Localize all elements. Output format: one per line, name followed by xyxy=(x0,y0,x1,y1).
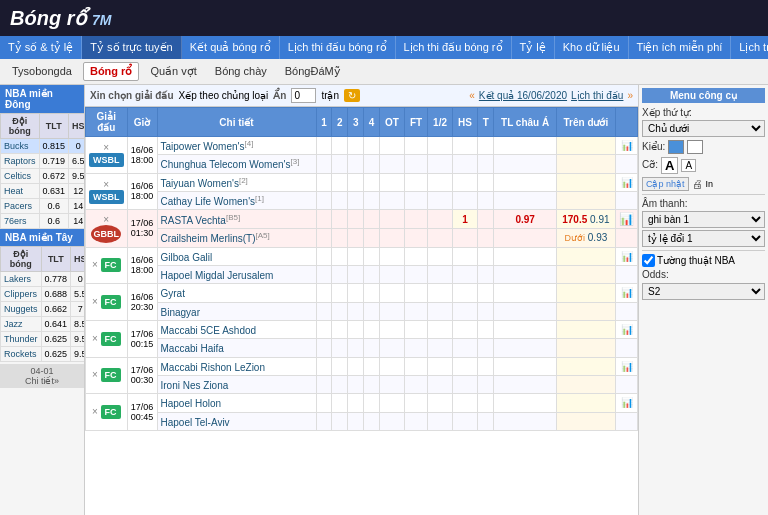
subnav-bongchay[interactable]: Bóng chày xyxy=(208,62,274,81)
league-badge[interactable]: FC xyxy=(101,295,121,309)
stats-2[interactable] xyxy=(616,191,638,209)
font-big-btn[interactable]: A xyxy=(661,157,678,174)
nav-item-ketqua[interactable]: Kết quả bóng rổ xyxy=(182,36,280,59)
league-badge[interactable]: FC xyxy=(101,332,121,346)
team1-name[interactable]: Gilboa Galil xyxy=(161,252,213,263)
filter-schedule-label[interactable]: Lịch thi đấu xyxy=(571,90,623,101)
subnav-quanvot[interactable]: Quần vợt xyxy=(143,62,203,81)
odds-select[interactable]: S2 S1 S3 xyxy=(642,283,765,300)
nav-item-tienich[interactable]: Tiện ích miễn phí xyxy=(629,36,732,59)
league-badge[interactable]: WSBL xyxy=(89,190,124,204)
nav-item-lichthidau2[interactable]: Lịch thi đấu bóng rổ xyxy=(396,36,512,59)
stats-1[interactable]: 📊 xyxy=(616,247,638,265)
team-name-east[interactable]: Celtics xyxy=(1,169,40,184)
team2-name[interactable]: Ironi Nes Ziona xyxy=(161,380,229,391)
nav-item-tructyen[interactable]: Tỷ số trực tuyến xyxy=(82,36,181,59)
nav-item-khodulieu[interactable]: Kho dữ liệu xyxy=(555,36,629,59)
stats-2[interactable] xyxy=(616,412,638,430)
league-badge[interactable]: WSBL xyxy=(89,153,124,167)
stats-btn-bot[interactable] xyxy=(616,229,638,247)
nav-item-tysotyle[interactable]: Tỷ số & tỷ lệ xyxy=(0,36,82,59)
print-icon[interactable]: 🖨 xyxy=(692,178,703,190)
stats-2[interactable] xyxy=(616,375,638,393)
team1-name[interactable]: Maccabi 5CE Ashdod xyxy=(161,325,257,336)
team2-name[interactable]: Hapoel Migdal Jerusalem xyxy=(161,270,274,281)
nav-item-lichtruyen[interactable]: Lịch truyền hình xyxy=(731,36,768,59)
stats-1[interactable]: 📊 xyxy=(616,320,638,338)
stats-icon[interactable]: 📊 xyxy=(621,397,633,408)
team1-name[interactable]: Taiyuan Women's xyxy=(161,178,239,189)
team2-name[interactable]: Crailsheim Merlins(T) xyxy=(161,234,256,245)
team-name-east[interactable]: Heat xyxy=(1,184,40,199)
team-name-west[interactable]: Thunder xyxy=(1,332,42,347)
stats-1[interactable]: 📊 xyxy=(616,284,638,302)
filter-result-label[interactable]: Kết quả 16/06/2020 xyxy=(479,90,567,101)
stats-icon[interactable]: 📊 xyxy=(621,140,633,151)
team1-name[interactable]: Gyrat xyxy=(161,289,185,300)
nav-item-lichthidau1[interactable]: Lịch thi đấu bóng rổ xyxy=(280,36,396,59)
stats-icon[interactable]: 📊 xyxy=(621,251,633,262)
team-name-west[interactable]: Lakers xyxy=(1,272,42,287)
sidebar-east-row[interactable]: Heat0.63112 xyxy=(1,184,86,199)
stats-icon-top[interactable]: 📊 xyxy=(619,212,634,226)
stats-1[interactable]: 📊 xyxy=(616,394,638,412)
team2-name[interactable]: Maccabi Haifa xyxy=(161,344,224,355)
cap-nhat-btn[interactable]: Cập nhật xyxy=(642,177,689,191)
stats-1[interactable]: 📊 xyxy=(616,357,638,375)
team-name-west[interactable]: Jazz xyxy=(1,317,42,332)
font-small-btn[interactable]: A xyxy=(681,159,696,172)
sidebar-east-row[interactable]: Bucks0.8150 xyxy=(1,139,86,154)
stats-btn-top[interactable]: 📊 xyxy=(616,210,638,229)
sidebar-west-row[interactable]: Jazz0.6418.5 xyxy=(1,317,86,332)
nav-item-tyle[interactable]: Tỷ lệ xyxy=(512,36,555,59)
team1-name[interactable]: RASTA Vechta xyxy=(161,215,226,226)
team-name-west[interactable]: Nuggets xyxy=(1,302,42,317)
filter-count-input[interactable] xyxy=(291,88,316,103)
subnav-tysobongda[interactable]: Tysobongda xyxy=(5,62,79,81)
stats-icon[interactable]: 📊 xyxy=(621,361,633,372)
team-name-east[interactable]: Raptors xyxy=(1,154,40,169)
team2-name[interactable]: Hapoel Tel-Aviv xyxy=(161,417,230,428)
league-badge[interactable]: FC xyxy=(101,405,121,419)
team2-name[interactable]: Binagyar xyxy=(161,307,200,318)
stats-2[interactable] xyxy=(616,339,638,357)
stats-icon[interactable]: 📊 xyxy=(621,177,633,188)
xep-thu-tu-select[interactable]: Chủ dưới Khách dưới xyxy=(642,120,765,137)
subnav-bongdamy[interactable]: BóngĐáMỹ xyxy=(278,62,348,81)
team-name-east[interactable]: 76ers xyxy=(1,214,40,229)
ty-le-select[interactable]: tỷ lệ đổi 1 xyxy=(642,230,765,247)
subnav-bongro[interactable]: Bóng rổ xyxy=(83,62,139,81)
sidebar-east-row[interactable]: Celtics0.6729.5 xyxy=(1,169,86,184)
sidebar-east-row[interactable]: 76ers0.614 xyxy=(1,214,86,229)
stats-1[interactable]: 📊 xyxy=(616,137,638,155)
league-badge[interactable]: FC xyxy=(101,258,121,272)
stats-icon[interactable]: 📊 xyxy=(621,287,633,298)
sidebar-footer[interactable]: 04-01 Chi tiết» xyxy=(0,364,84,388)
sidebar-west-row[interactable]: Thunder0.6259.5 xyxy=(1,332,86,347)
team-name-west[interactable]: Clippers xyxy=(1,287,42,302)
team1-name[interactable]: Maccabi Rishon LeZion xyxy=(161,362,266,373)
sidebar-east-row[interactable]: Raptors0.7196.5 xyxy=(1,154,86,169)
stats-1[interactable]: 📊 xyxy=(616,173,638,191)
team-name-east[interactable]: Pacers xyxy=(1,199,40,214)
sidebar-east-row[interactable]: Pacers0.614 xyxy=(1,199,86,214)
sidebar-footer-line2[interactable]: Chi tiết» xyxy=(4,376,80,386)
refresh-button[interactable]: ↻ xyxy=(344,89,360,102)
color-btn-white[interactable] xyxy=(687,140,703,154)
team-name-east[interactable]: Bucks xyxy=(1,139,40,154)
team1-name[interactable]: Hapoel Holon xyxy=(161,399,222,410)
tuong-thuat-checkbox[interactable] xyxy=(642,254,655,267)
am-thanh-select[interactable]: ghi bàn 1 ghi bàn 2 xyxy=(642,211,765,228)
sidebar-west-row[interactable]: Clippers0.6885.5 xyxy=(1,287,86,302)
stats-2[interactable] xyxy=(616,302,638,320)
league-badge-gbbl[interactable]: GBBL xyxy=(91,225,121,243)
team1-name[interactable]: Taipower Women's xyxy=(161,141,245,152)
league-badge[interactable]: FC xyxy=(101,368,121,382)
sidebar-west-row[interactable]: Rockets0.6259.5 xyxy=(1,347,86,362)
team-name-west[interactable]: Rockets xyxy=(1,347,42,362)
sidebar-west-row[interactable]: Nuggets0.6627 xyxy=(1,302,86,317)
team2-name[interactable]: Cathay Life Women's xyxy=(161,196,256,207)
team2-name[interactable]: Chunghua Telecom Women's xyxy=(161,160,291,171)
color-btn-blue[interactable] xyxy=(668,140,684,154)
stats-icon[interactable]: 📊 xyxy=(621,324,633,335)
